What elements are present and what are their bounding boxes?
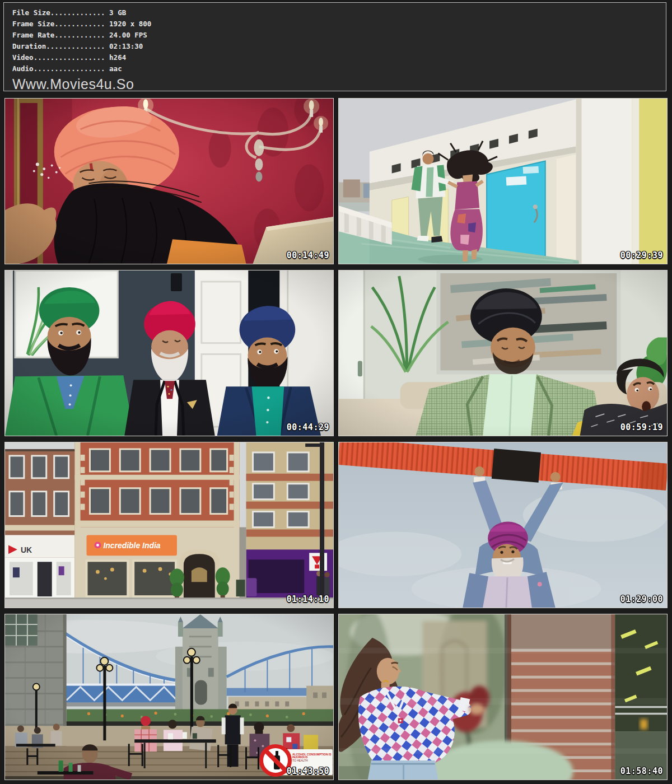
timestamp-overlay: 00:59:19 bbox=[620, 422, 663, 432]
restaurant-sign: Incredible India bbox=[87, 535, 177, 556]
screenshot-7: ALCOHOL CONSUMPTION IS INJURIOUS TO HEAL… bbox=[4, 614, 334, 780]
shop-window bbox=[615, 614, 667, 780]
cream-door bbox=[557, 155, 576, 262]
info-line-frame-rate: Frame Rate............ 24.00 FPS bbox=[12, 30, 658, 41]
file-info-panel: File Size............. 3 GB Frame Size..… bbox=[3, 2, 666, 91]
screenshot-8: 01:58:40 bbox=[338, 614, 668, 780]
screenshot-grid: 00:14:49 bbox=[4, 98, 668, 780]
timestamp-overlay: 01:43:50 bbox=[287, 766, 329, 776]
screenshot-3-image bbox=[5, 270, 333, 436]
shop-sign-text: UK bbox=[21, 545, 32, 554]
screenshot-4-image bbox=[339, 270, 667, 436]
screenshot-5-image: UK bbox=[5, 442, 333, 608]
info-line-file-size: File Size............. 3 GB bbox=[12, 7, 658, 18]
lamp-pole bbox=[320, 442, 324, 608]
screenshot-1: 00:14:49 bbox=[4, 98, 334, 264]
timestamp-overlay: 01:29:00 bbox=[620, 594, 663, 604]
timestamp-overlay: 01:14:10 bbox=[287, 594, 329, 604]
warning-line-1: ALCOHOL CONSUMPTION IS INJURIOUS bbox=[292, 753, 334, 759]
left-building: UK bbox=[5, 449, 75, 608]
screenshot-6-image bbox=[339, 442, 667, 608]
white-pillar bbox=[576, 99, 632, 264]
screenshot-3: 00:44:29 bbox=[4, 270, 334, 436]
bins bbox=[236, 578, 257, 596]
screenshot-8-image bbox=[339, 614, 667, 780]
screenshot-6: 01:29:00 bbox=[338, 442, 668, 608]
screenshot-1-image bbox=[5, 99, 333, 264]
screenshot-2-image bbox=[339, 99, 667, 264]
info-line-audio: Audio................. aac bbox=[12, 63, 658, 74]
timestamp-overlay: 01:58:40 bbox=[620, 766, 663, 776]
info-line-frame-size: Frame Size............ 1920 x 800 bbox=[12, 18, 658, 30]
info-line-duration: Duration.............. 02:13:30 bbox=[12, 41, 658, 52]
restaurant-sign-text: Incredible India bbox=[103, 541, 160, 550]
pavement bbox=[5, 599, 333, 608]
timestamp-overlay: 00:14:49 bbox=[287, 250, 329, 260]
info-line-video: Video................. h264 bbox=[12, 52, 658, 63]
page: { "file_info": { "lines": [ "File Size..… bbox=[0, 0, 672, 784]
timestamp-overlay: 00:44:29 bbox=[287, 422, 329, 432]
site-watermark: Www.Movies4u.So bbox=[12, 76, 658, 92]
screenshot-5: UK bbox=[4, 442, 334, 608]
warning-line-2: TO HEALTH bbox=[292, 759, 334, 762]
incredible-india-building: Incredible India bbox=[75, 442, 240, 608]
screenshot-4: 00:59:19 bbox=[338, 270, 668, 436]
cyan-door bbox=[487, 161, 545, 262]
timestamp-overlay: 00:29:39 bbox=[620, 250, 663, 260]
screenshot-2: 00:29:39 bbox=[338, 98, 668, 264]
